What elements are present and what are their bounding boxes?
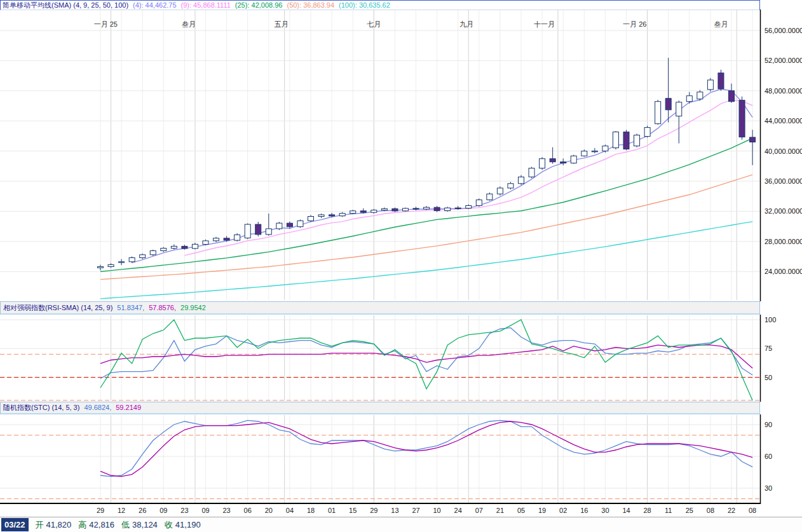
- candle-down: [329, 215, 335, 216]
- value-axis-labels: 906030: [765, 421, 772, 492]
- candle-up: [171, 246, 177, 248]
- candle-up: [529, 168, 534, 177]
- svg-text:12: 12: [118, 507, 125, 514]
- rsi-header: 相对强弱指数(RSI-SMA) (14, 25, 9)51.8347,57.85…: [0, 301, 760, 315]
- candle-down: [360, 211, 366, 212]
- stc-title: 随机指数(STC) (14, 5, 3): [3, 404, 79, 411]
- candle-up: [445, 208, 451, 210]
- candle-down: [255, 224, 261, 235]
- ohlc-value: 41,190: [175, 520, 201, 529]
- svg-text:24,000.0000: 24,000.0000: [765, 268, 802, 275]
- %K-line: [100, 420, 752, 476]
- candle-up: [686, 96, 692, 102]
- threshold-lines: [0, 354, 760, 400]
- candle-up: [308, 217, 314, 221]
- svg-text:10: 10: [433, 507, 440, 514]
- svg-text:七月: 七月: [366, 20, 381, 28]
- candle-down: [623, 132, 629, 149]
- candle-up: [98, 267, 104, 268]
- candle-up: [602, 146, 608, 151]
- svg-text:一月 26: 一月 26: [623, 20, 646, 28]
- svg-text:100: 100: [765, 316, 776, 324]
- indicator-lines: [100, 420, 752, 476]
- candle-up: [613, 132, 618, 148]
- svg-text:05: 05: [517, 507, 525, 514]
- candle-up: [266, 229, 271, 235]
- svg-text:23: 23: [222, 507, 230, 514]
- candle-down: [392, 208, 398, 211]
- svg-text:14: 14: [622, 507, 630, 514]
- indicator-value: 49.6824,: [84, 404, 111, 411]
- svg-text:23: 23: [180, 507, 188, 514]
- candle-up: [350, 211, 356, 214]
- svg-text:24: 24: [454, 507, 462, 514]
- svg-text:52,000.0000: 52,000.0000: [765, 57, 802, 64]
- svg-text:29: 29: [97, 507, 104, 514]
- sma25-line: [100, 139, 752, 272]
- candle-up: [519, 177, 524, 183]
- svg-text:08: 08: [707, 507, 714, 514]
- price-gridlines: [0, 31, 760, 271]
- sma-title: 简单移动平均线(SMA) (4, 9, 25, 50, 100): [3, 1, 128, 9]
- candle-up: [339, 214, 345, 216]
- svg-text:27: 27: [412, 507, 419, 514]
- svg-text:30: 30: [765, 484, 772, 492]
- svg-text:28: 28: [643, 507, 651, 514]
- candle-up: [402, 208, 408, 211]
- candle-down: [550, 159, 555, 162]
- svg-text:11: 11: [665, 507, 672, 514]
- candle-up: [497, 188, 503, 194]
- month-labels: 一月 25叁月五月七月九月十一月一月 26叁月: [94, 20, 728, 28]
- sma-values: (4): 44,462.75(9): 45,868.1111(25): 42,0…: [128, 1, 390, 9]
- candle-down: [718, 73, 724, 89]
- ohlc-label: 高: [78, 520, 86, 529]
- candle-up: [592, 151, 597, 152]
- date-badge: 03/22: [1, 518, 29, 531]
- indicator-value: (50): 36,863.94: [287, 1, 334, 9]
- candles: [98, 58, 756, 271]
- ohlc-value: 42,816: [89, 520, 114, 529]
- indicator-value: 57.8576,: [149, 304, 176, 311]
- bottom-axis: 2912260923092306200418011529132710240721…: [0, 504, 802, 517]
- candle-down: [729, 91, 735, 102]
- candle-up: [540, 159, 545, 168]
- rsi-chart[interactable]: 1007550: [0, 315, 802, 402]
- main-chart[interactable]: 56,000.000052,000.000048,000.000044,000.…: [0, 10, 802, 301]
- status-ohlc: 开41,820高42,816低38,124收41,190: [29, 520, 201, 529]
- candle-down: [561, 162, 566, 163]
- svg-text:75: 75: [765, 344, 772, 352]
- value-gridlines: [0, 320, 760, 378]
- candle-up: [571, 156, 576, 163]
- ohlc-label: 低: [121, 520, 130, 529]
- svg-text:01: 01: [328, 507, 336, 514]
- candle-down: [455, 208, 461, 208]
- svg-text:13: 13: [391, 507, 398, 514]
- svg-text:九月: 九月: [459, 20, 473, 28]
- candle-up: [214, 238, 219, 241]
- stc-header: 随机指数(STC) (14, 5, 3)49.6824,59.2149: [0, 402, 760, 414]
- svg-text:40,000.0000: 40,000.0000: [765, 147, 802, 155]
- svg-text:19: 19: [538, 507, 546, 514]
- svg-text:一月 25: 一月 25: [94, 20, 118, 28]
- candle-up: [119, 262, 125, 263]
- value-axis-labels: 1007550: [765, 316, 776, 381]
- svg-text:28,000.0000: 28,000.0000: [765, 238, 802, 245]
- candle-up: [203, 241, 208, 245]
- candle-down: [413, 208, 419, 209]
- svg-text:06: 06: [244, 507, 252, 514]
- candle-up: [707, 80, 713, 90]
- svg-text:07: 07: [475, 507, 483, 514]
- svg-text:09: 09: [201, 507, 209, 514]
- candle-up: [371, 210, 377, 213]
- candle-down: [739, 100, 745, 137]
- candle-up: [655, 102, 661, 124]
- svg-text:叁月: 叁月: [714, 20, 728, 28]
- svg-text:五月: 五月: [275, 20, 289, 28]
- candle-up: [276, 223, 282, 229]
- svg-text:90: 90: [765, 421, 772, 428]
- stc-chart[interactable]: 906030: [0, 414, 802, 504]
- status-bar: 03/22开41,820高42,816低38,124收41,190: [0, 517, 802, 532]
- svg-text:04: 04: [286, 507, 294, 514]
- indicator-value: (4): 44,462.75: [133, 1, 177, 9]
- candle-down: [750, 137, 756, 142]
